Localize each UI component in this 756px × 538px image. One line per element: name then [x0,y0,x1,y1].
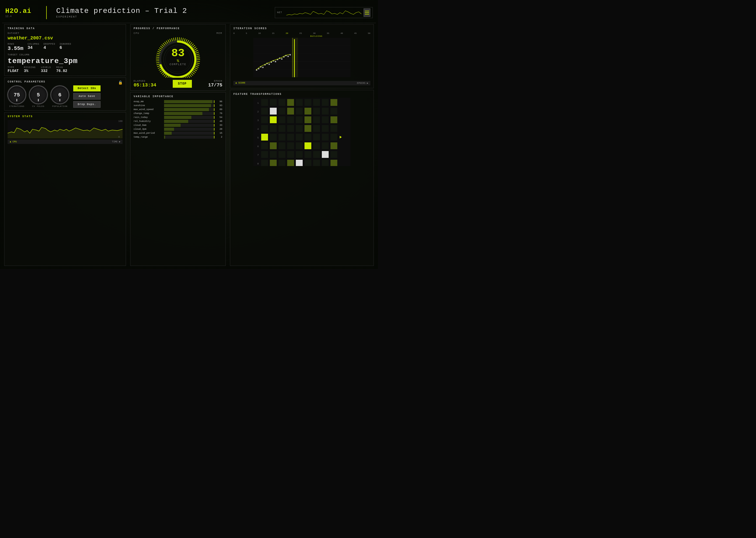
var-bar [164,104,211,107]
var-bar [164,112,202,115]
var-bar-accent [214,104,214,107]
feature-cell [296,99,303,106]
feature-cell [305,125,311,132]
feature-cell [296,160,303,166]
variable-importance-panel: VARIABLE IMPORTANCE evap_mm 96 sunshine … [130,92,226,266]
missing-stat: MISSING 3% [24,66,36,73]
stop-button[interactable]: STOP [173,80,192,88]
drop-dups-button[interactable]: Drop Dups. [73,101,101,108]
var-name: max_wind_period [134,132,163,134]
iter-x-labels: 0 5 10 15 20 25 30 35 40 45 50 [233,32,370,34]
svg-text:6: 6 [257,145,259,148]
auto-save-button[interactable]: Auto Save [73,93,101,100]
variable-row: cloud_3pm 20 [134,128,222,131]
feature-cell [313,108,320,115]
dataset-label: DATASET [8,32,122,35]
variable-row: max_wind_speed 89 [134,108,222,111]
feature-cell [270,142,277,149]
var-bar-container [164,112,214,115]
header: H2O.ai 12.4 Climate prediction – Trial 2… [2,2,376,23]
dropped-value: 4 [44,45,55,50]
feature-cell [270,99,277,106]
stats-footer: ▲ CPU TIME ▶ [8,139,122,144]
feature-cell [313,99,320,106]
detect-ids-button[interactable]: Detect IDs [73,85,101,91]
target-stats-row: TYPE FLOAT MISSING 3% LEVELS 332 MEAN 76… [8,66,122,73]
feature-cell [270,125,277,132]
var-score: 2 [216,136,222,138]
elapsed-label: ELAPSED [134,80,156,82]
var-bar [164,128,174,131]
feature-cell [278,125,285,132]
iterations-knob[interactable]: 75 [8,86,26,104]
training-data-title: TRAINING DATA [8,27,122,30]
columns-stat: COLUMNS 34 [27,43,39,51]
elapsed-main: 05:13: [134,82,151,88]
levels-label: LEVELS [41,66,51,69]
var-bar-accent [214,132,214,134]
logo-text: H2O.ai [5,7,37,15]
cv-folds-knob[interactable]: 5 [29,86,48,104]
hamburger-line-1 [365,11,369,11]
hamburger-button[interactable] [363,8,370,17]
var-bar-accent [214,116,214,119]
cpu-label: CPU [134,32,139,35]
net-section: NET [275,7,373,18]
feature-cell [296,151,303,158]
feature-cell [287,125,294,132]
iter-x-50: 50 [368,32,370,34]
feature-cell [322,108,329,115]
feature-cell [296,142,303,149]
feature-cell [270,151,277,158]
var-bar [164,120,188,123]
var-bar-accent [214,112,214,115]
epochs-footer-label: EPOCHS ▶ [357,82,368,84]
population-knob[interactable]: 6 [51,86,69,104]
feature-cell [305,108,311,115]
elapsed-sec: 34 [151,82,157,88]
gauge-container: 83 % COMPLETE [134,36,222,78]
var-score: 89 [216,108,222,111]
svg-rect-22 [292,38,298,77]
feature-cell [322,99,329,106]
time-footer-label: TIME ▶ [112,140,120,143]
epoch-section: EPOCH 17/75 [208,80,222,88]
feature-cell [330,151,337,158]
var-bar-container [164,132,214,135]
feature-cell [278,142,285,149]
variable-row: max_wind_period 15 [134,132,222,135]
var-bar-container [164,135,214,139]
var-name: change_temp [134,112,163,115]
iter-x-20: 20 [286,32,288,34]
var-score: 48 [216,120,222,123]
left-column: TRAINING DATA DATASET weather_2007.csv R… [2,23,128,267]
iteration-scores-panel: ITERATION SCORES 0 5 10 15 20 25 30 35 4… [230,24,374,88]
feature-cell [305,99,311,106]
iter-x-40: 40 [341,32,343,34]
var-score: 96 [216,100,222,103]
variable-row: rain_today 54 [134,116,222,119]
controls-row: 75 ITERATIONS 5 CV FOLDS 6 [8,85,122,108]
epoch-value: 17/75 [208,82,222,88]
iteration-chart [233,38,370,80]
feature-cell [261,151,268,158]
levels-value: 332 [41,69,51,73]
action-buttons: Detect IDs Auto Save Drop Dups. [73,85,101,108]
hamburger-line-3 [365,14,369,15]
feature-cell [330,116,337,123]
feature-cell [313,142,320,149]
progress-title: PROGRESS / PERFORMANCE [134,27,222,30]
var-bar [164,124,181,127]
dropped-label: DROPPED [44,43,55,45]
feature-cell [305,160,311,166]
var-bar-container [164,104,214,107]
svg-rect-36 [281,58,282,60]
target-value: temperature_3pm [8,57,122,65]
var-name: cloud_9am [134,124,163,127]
net-sparkline [286,9,361,17]
feature-cell [305,134,311,140]
lock-icon: 🔒 [118,81,122,85]
gauge-complete-label: COMPLETE [169,63,186,66]
experiment-label: EXPERIMENT [56,16,269,19]
var-score: 15 [216,132,222,134]
